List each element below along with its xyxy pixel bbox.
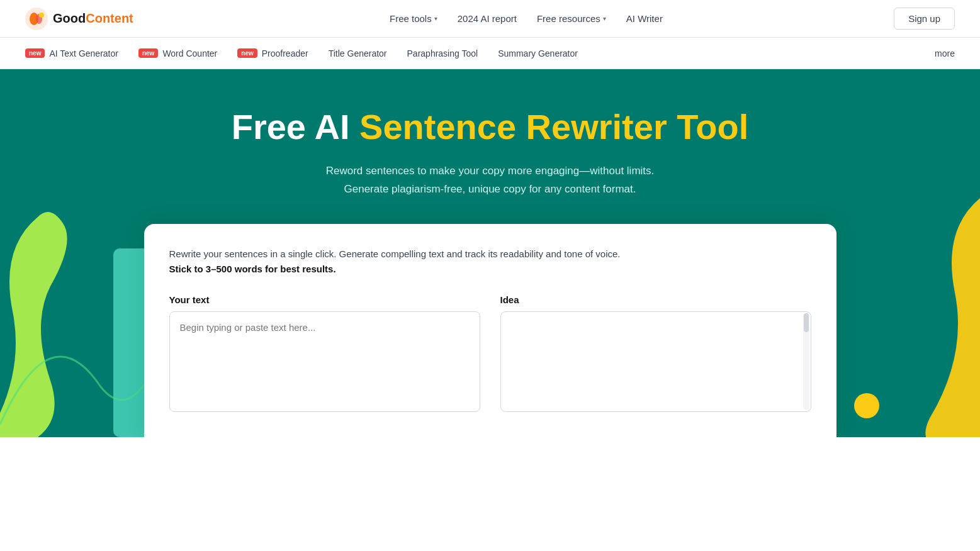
hero-title: Free AI Sentence Rewriter Tool: [232, 107, 749, 147]
fields-row: Your text Idea: [169, 294, 811, 412]
your-text-col: Your text: [169, 294, 480, 412]
chevron-down-icon: ▾: [434, 15, 437, 22]
scrollbar-thumb[interactable]: [804, 313, 809, 332]
scrollbar-track: [803, 313, 809, 410]
nav-ai-report[interactable]: 2024 AI report: [458, 13, 517, 24]
site-header: GoodContent Free tools ▾ 2024 AI report …: [0, 0, 980, 38]
hero-section: Free AI Sentence Rewriter Tool Reword se…: [0, 69, 980, 437]
chevron-down-icon-2: ▾: [603, 15, 606, 22]
new-badge-word-counter: new: [138, 48, 158, 58]
new-badge-proofreader: new: [237, 48, 257, 58]
your-text-input[interactable]: [169, 311, 480, 412]
sub-nav: new AI Text Generator new Word Counter n…: [0, 38, 980, 69]
your-text-label: Your text: [169, 294, 480, 305]
sub-nav-word-counter[interactable]: new Word Counter: [138, 48, 217, 58]
idea-output-box: [500, 311, 811, 412]
hero-background: Free AI Sentence Rewriter Tool Reword se…: [0, 69, 980, 437]
nav-free-resources[interactable]: Free resources ▾: [537, 13, 606, 24]
sub-nav-more[interactable]: more: [935, 48, 955, 58]
idea-label: Idea: [500, 294, 811, 305]
logo-icon: [25, 8, 48, 30]
idea-col: Idea: [500, 294, 811, 412]
sub-nav-ai-text-generator[interactable]: new AI Text Generator: [25, 48, 118, 58]
main-nav: Free tools ▾ 2024 AI report Free resourc…: [159, 13, 894, 24]
nav-free-tools[interactable]: Free tools ▾: [390, 13, 437, 24]
sub-nav-title-generator[interactable]: Title Generator: [329, 48, 387, 58]
sub-nav-proofreader[interactable]: new Proofreader: [237, 48, 308, 58]
nav-ai-writer[interactable]: AI Writer: [626, 13, 663, 24]
logo-text: GoodContent: [53, 11, 133, 26]
yellow-circle-deco: [854, 393, 879, 418]
sub-nav-paraphrasing-tool[interactable]: Paraphrasing Tool: [407, 48, 478, 58]
new-badge-ai-text: new: [25, 48, 45, 58]
tool-card: Rewrite your sentences in a single click…: [144, 224, 836, 437]
signup-button[interactable]: Sign up: [894, 8, 955, 30]
sub-nav-summary-generator[interactable]: Summary Generator: [498, 48, 578, 58]
tool-card-intro: Rewrite your sentences in a single click…: [169, 247, 811, 277]
svg-point-3: [39, 13, 44, 18]
hero-subtitle: Reword sentences to make your copy more …: [326, 162, 655, 199]
logo[interactable]: GoodContent: [25, 8, 133, 30]
deco-right-shapes: [904, 198, 980, 437]
